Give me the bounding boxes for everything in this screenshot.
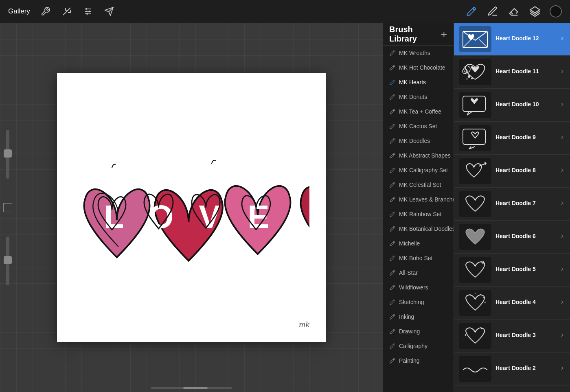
brush-edit-icon[interactable]	[559, 135, 565, 142]
sidebar-item-calligraphy[interactable]: Calligraphy	[383, 339, 454, 353]
sidebar-item-rainbow[interactable]: MK Rainbow Set	[383, 207, 454, 221]
layers-tool-icon[interactable]	[528, 5, 542, 18]
brush-edit-icon[interactable]	[559, 168, 565, 175]
sidebar-sliders	[3, 130, 12, 285]
wrench-icon[interactable]	[40, 6, 51, 17]
brush-edit-icon[interactable]	[559, 102, 565, 109]
sidebar-item-wildflowers[interactable]: Wildflowers	[383, 280, 454, 295]
svg-point-6	[86, 13, 88, 15]
brush-edit-icon[interactable]	[559, 69, 565, 76]
brush-preview	[459, 290, 491, 316]
brush-item-heart-doodle-10[interactable]: Heart Doodle 10	[454, 89, 570, 122]
brush-size-thumb[interactable]	[4, 149, 12, 158]
opacity-thumb[interactable]	[4, 256, 12, 264]
brush-item-heart-doodle-6[interactable]: Heart Doodle 6	[454, 221, 570, 254]
top-bar-right	[465, 5, 562, 18]
sidebar-item-celestial[interactable]: MK Celestial Set	[383, 177, 454, 192]
brush-category-icon	[389, 343, 396, 349]
brush-tool-icon[interactable]	[465, 5, 478, 18]
brush-size-slider[interactable]	[6, 130, 9, 179]
brush-category-icon	[389, 79, 396, 85]
brush-item-heart-doodle-4[interactable]: Heart Doodle 4	[454, 287, 570, 320]
sidebar-item-all-star[interactable]: All-Star	[383, 265, 454, 280]
color-picker[interactable]	[550, 5, 562, 18]
love-artwork: L O V E	[73, 142, 309, 273]
sidebar-item-hot-chocolate[interactable]: MK Hot Chocolate	[383, 60, 454, 75]
sidebar-item-drawing[interactable]: Drawing	[383, 324, 454, 339]
sidebar-item-inking[interactable]: Inking	[383, 309, 454, 324]
sidebar-item-leaves[interactable]: MK Leaves & Branches	[383, 192, 454, 207]
brush-item-heart-doodle-11[interactable]: Heart Doodle 11	[454, 56, 570, 89]
brush-category-icon	[389, 226, 396, 232]
category-label: Painting	[399, 357, 420, 364]
square-tool-btn[interactable]	[3, 203, 12, 212]
brush-category-icon	[389, 167, 396, 173]
sidebar-item-tea-coffee[interactable]: MK Tea + Coffee	[383, 104, 454, 119]
brush-category-icon	[389, 123, 396, 129]
brush-edit-icon[interactable]	[559, 201, 565, 208]
brush-item-heart-doodle-9[interactable]: Heart Doodle 9	[454, 122, 570, 155]
category-label: All-Star	[399, 269, 418, 276]
svg-text:·: ·	[482, 334, 482, 337]
canvas-area[interactable]: L O V E mk	[0, 23, 383, 392]
sidebar-item-hearts[interactable]: MK Hearts	[383, 75, 454, 90]
canvas-scrollbar-thumb[interactable]	[183, 387, 208, 389]
sidebar-item-calligraphy-set[interactable]: MK Calligraphy Set	[383, 163, 454, 177]
brush-edit-icon[interactable]	[559, 366, 565, 372]
brush-preview	[459, 257, 491, 283]
share-icon[interactable]	[103, 6, 115, 17]
sidebar-item-botanical[interactable]: MK Botanical Doodles	[383, 221, 454, 236]
brush-name: Heart Doodle 12	[495, 35, 565, 42]
eraser-tool-icon[interactable]	[507, 5, 520, 18]
pencil-tool-icon[interactable]	[486, 5, 499, 18]
magic-wand-icon[interactable]	[61, 6, 72, 17]
svg-point-4	[86, 8, 87, 10]
sidebar-item-cactus[interactable]: MK Cactus Set	[383, 119, 454, 134]
brush-item-heart-doodle-8[interactable]: Heart Doodle 8	[454, 155, 570, 188]
brush-panel-header: Brush Library +	[383, 23, 454, 46]
brush-item-heart-doodle-12[interactable]: Heart Doodle 12	[454, 23, 570, 56]
brush-library-title: Brush Library	[389, 25, 441, 44]
brush-edit-icon[interactable]	[559, 300, 565, 307]
brush-info: Heart Doodle 9	[495, 134, 565, 142]
add-brush-set-button[interactable]: +	[441, 29, 447, 39]
brush-name: Heart Doodle 10	[495, 101, 565, 107]
brush-panel: Brush Library + MK Wreaths MK Hot Chocol…	[383, 23, 570, 392]
brush-preview	[459, 92, 491, 118]
adjustments-icon[interactable]	[82, 6, 94, 17]
brush-edit-icon[interactable]	[559, 234, 565, 241]
brush-preview	[459, 125, 491, 151]
svg-text:·: ·	[463, 338, 463, 341]
brush-item-heart-doodle-5[interactable]: Heart Doodle 5	[454, 254, 570, 287]
sidebar-item-donuts[interactable]: MK Donuts	[383, 90, 454, 104]
brush-category-icon	[389, 269, 396, 276]
category-label: Wildflowers	[399, 284, 428, 291]
svg-text:✦: ✦	[484, 331, 486, 333]
brush-info: Heart Doodle 2	[495, 365, 565, 373]
sidebar-item-wreaths[interactable]: MK Wreaths	[383, 46, 454, 60]
sidebar-item-doodles[interactable]: MK Doodles	[383, 134, 454, 148]
svg-line-0	[63, 8, 70, 15]
canvas-scrollbar[interactable]	[151, 387, 232, 389]
svg-point-5	[89, 11, 90, 12]
sidebar-item-abstract[interactable]: MK Abstract Shapes	[383, 148, 454, 163]
main-area: L O V E mk	[0, 23, 570, 392]
brush-item-heart-doodle-7[interactable]: Heart Doodle 7	[454, 188, 570, 221]
sidebar-item-sketching[interactable]: Sketching	[383, 295, 454, 309]
svg-point-18	[471, 78, 473, 79]
brush-preview	[459, 26, 491, 52]
sidebar-item-michelle[interactable]: Michelle	[383, 236, 454, 251]
brush-edit-icon[interactable]	[559, 333, 565, 339]
opacity-slider[interactable]	[6, 237, 9, 285]
brush-info: Heart Doodle 8	[495, 167, 565, 175]
sidebar-item-painting[interactable]: Painting	[383, 353, 454, 368]
canvas-frame[interactable]: L O V E mk	[57, 73, 326, 342]
brush-category-icon	[389, 211, 396, 217]
top-bar: Gallery	[0, 0, 570, 23]
brush-edit-icon[interactable]	[559, 267, 565, 274]
sidebar-item-boho[interactable]: MK Boho Set	[383, 251, 454, 265]
brush-edit-icon[interactable]	[559, 36, 565, 43]
gallery-button[interactable]: Gallery	[8, 7, 30, 15]
brush-item-heart-doodle-2[interactable]: Heart Doodle 2	[454, 353, 570, 385]
brush-item-heart-doodle-3[interactable]: ✦ ✦ · ✦ · Heart Doodle 3	[454, 320, 570, 353]
